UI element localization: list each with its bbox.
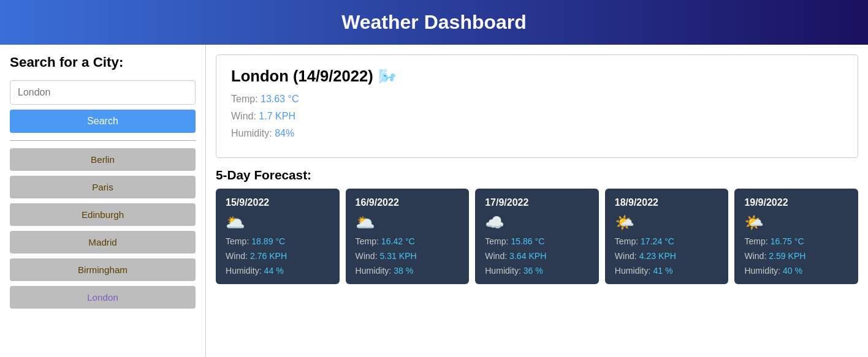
city-button-birmingham[interactable]: Birmingham <box>10 258 196 281</box>
search-input[interactable] <box>10 80 196 105</box>
forecast-card-0: 15/9/2022 🌥️ Temp: 18.89 °C Wind: 2.76 K… <box>216 189 340 284</box>
wind-value: 1.7 KPH <box>259 111 295 121</box>
page-title: Weather Dashboard <box>11 11 857 34</box>
forecast-card-3: 18/9/2022 🌤️ Temp: 17.24 °C Wind: 4.23 K… <box>605 189 729 284</box>
forecast-card-1: 16/9/2022 🌥️ Temp: 16.42 °C Wind: 5.31 K… <box>346 189 470 284</box>
forecast-date-3: 18/9/2022 <box>615 197 719 208</box>
forecast-icon-2: ☁️ <box>485 213 589 231</box>
city-button-berlin[interactable]: Berlin <box>10 148 196 171</box>
forecast-icon-4: 🌤️ <box>744 213 848 231</box>
sidebar-divider <box>10 140 196 141</box>
content-area: London (14/9/2022) 🌬️ Temp: 13.63 °C Win… <box>206 45 868 357</box>
forecast-date-0: 15/9/2022 <box>226 197 330 208</box>
search-section-title: Search for a City: <box>10 54 196 70</box>
forecast-wind-4: Wind: 2.59 KPH <box>744 251 848 261</box>
forecast-wind-0: Wind: 2.76 KPH <box>226 251 330 261</box>
forecast-temp-2: Temp: 15.86 °C <box>485 236 589 246</box>
forecast-cards: 15/9/2022 🌥️ Temp: 18.89 °C Wind: 2.76 K… <box>216 189 858 284</box>
forecast-section: 5-Day Forecast: 15/9/2022 🌥️ Temp: 18.89… <box>216 168 858 284</box>
city-button-london[interactable]: London <box>10 286 196 309</box>
wind-label: Wind: <box>231 111 256 121</box>
city-button-paris[interactable]: Paris <box>10 176 196 198</box>
current-city-name: London (14/9/2022) <box>231 67 373 85</box>
humidity-value: 84% <box>275 128 294 138</box>
forecast-temp-4: Temp: 16.75 °C <box>744 236 848 246</box>
forecast-icon-0: 🌥️ <box>226 213 330 231</box>
forecast-temp-0: Temp: 18.89 °C <box>226 236 330 246</box>
temp-label: Temp: <box>231 94 258 104</box>
current-weather-title: London (14/9/2022) 🌬️ <box>231 67 843 85</box>
forecast-humidity-0: Humidity: 44 % <box>226 266 330 276</box>
forecast-humidity-4: Humidity: 40 % <box>744 266 848 276</box>
city-button-madrid[interactable]: Madrid <box>10 231 196 254</box>
forecast-humidity-3: Humidity: 41 % <box>615 266 719 276</box>
main-layout: Search for a City: Search Berlin Paris E… <box>0 45 868 357</box>
forecast-icon-3: 🌤️ <box>615 213 719 231</box>
sidebar: Search for a City: Search Berlin Paris E… <box>0 45 206 357</box>
forecast-wind-3: Wind: 4.23 KPH <box>615 251 719 261</box>
forecast-title: 5-Day Forecast: <box>216 168 858 182</box>
humidity-label: Humidity: <box>231 128 272 138</box>
city-button-edinburgh[interactable]: Edinburgh <box>10 203 196 226</box>
forecast-card-2: 17/9/2022 ☁️ Temp: 15.86 °C Wind: 3.64 K… <box>475 189 599 284</box>
temp-value: 13.63 °C <box>261 94 299 104</box>
forecast-date-4: 19/9/2022 <box>744 197 848 208</box>
current-weather-card: London (14/9/2022) 🌬️ Temp: 13.63 °C Win… <box>216 54 858 158</box>
forecast-date-1: 16/9/2022 <box>356 197 460 208</box>
forecast-date-2: 17/9/2022 <box>485 197 589 208</box>
forecast-temp-3: Temp: 17.24 °C <box>615 236 719 246</box>
current-temp: Temp: 13.63 °C <box>231 94 843 105</box>
current-weather-icon: 🌬️ <box>378 68 397 85</box>
forecast-wind-2: Wind: 3.64 KPH <box>485 251 589 261</box>
forecast-humidity-2: Humidity: 36 % <box>485 266 589 276</box>
forecast-temp-1: Temp: 16.42 °C <box>356 236 460 246</box>
app-header: Weather Dashboard <box>0 0 868 45</box>
current-humidity: Humidity: 84% <box>231 128 843 139</box>
current-wind: Wind: 1.7 KPH <box>231 111 843 122</box>
forecast-icon-1: 🌥️ <box>356 213 460 231</box>
forecast-wind-1: Wind: 5.31 KPH <box>356 251 460 261</box>
forecast-card-4: 19/9/2022 🌤️ Temp: 16.75 °C Wind: 2.59 K… <box>734 189 858 284</box>
forecast-humidity-1: Humidity: 38 % <box>356 266 460 276</box>
search-button[interactable]: Search <box>10 110 196 133</box>
